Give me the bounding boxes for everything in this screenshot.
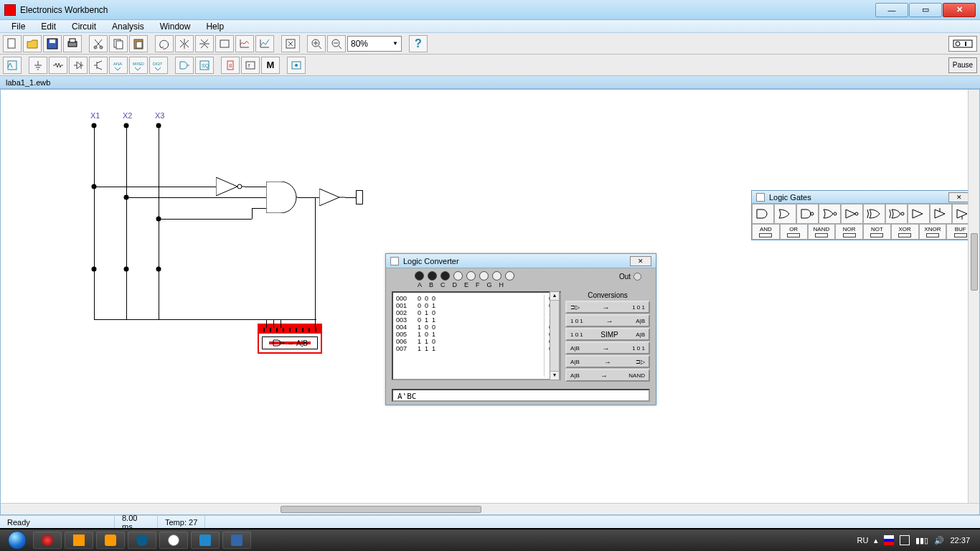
convert-expr-to-nand[interactable]: A|B→NAND	[565, 369, 650, 382]
vertical-scrollbar[interactable]	[968, 90, 979, 503]
logic-gates-close-button[interactable]: ✕	[948, 192, 970, 202]
gate-nand-icon[interactable]	[796, 204, 819, 224]
input-F[interactable]	[479, 271, 489, 281]
gate-xor-chip[interactable]: XOR	[891, 224, 919, 240]
paste-button[interactable]	[129, 35, 148, 52]
flip-h-button[interactable]	[175, 35, 194, 52]
misc-button[interactable]: M	[261, 57, 280, 74]
gate-buf-icon[interactable]	[908, 204, 930, 224]
menu-file[interactable]: File	[4, 21, 32, 32]
menu-window[interactable]: Window	[153, 21, 198, 32]
close-button[interactable]: ✕	[943, 3, 976, 17]
truth-table[interactable]: 000 001 002 003 004 005 006 007 0 0 0 0 …	[392, 291, 561, 380]
analysis-graph-button[interactable]	[235, 35, 254, 52]
gate-or-icon[interactable]	[774, 204, 796, 224]
gate-xnor-icon[interactable]	[885, 204, 908, 224]
power-switch[interactable]	[948, 36, 977, 52]
menu-circuit[interactable]: Circuit	[65, 21, 103, 32]
convert-circuit-to-table[interactable]: ⊐▷→1 0 1	[565, 301, 650, 314]
expression-field[interactable]: A'BC	[392, 389, 650, 402]
digital-ic-button[interactable]: DIGIT	[149, 57, 168, 74]
diode-button[interactable]	[69, 57, 88, 74]
input-A[interactable]	[415, 271, 424, 281]
truth-table-scrollbar[interactable]: ▴ ▾	[550, 291, 560, 380]
gate-nor-chip[interactable]: NOR	[835, 224, 863, 240]
convert-table-to-simp-expr[interactable]: 1 0 1SIMPA|B	[565, 328, 650, 341]
gate-and-icon[interactable]	[752, 204, 774, 224]
tray-flag-icon[interactable]	[884, 535, 894, 545]
new-button[interactable]	[3, 35, 22, 52]
document-tab[interactable]: laba1_1.ewb	[6, 78, 50, 87]
gate-not-icon[interactable]	[841, 204, 863, 224]
graph-button[interactable]	[255, 35, 274, 52]
not-gate[interactable]	[216, 177, 245, 196]
schematic-canvas[interactable]: X1 X2 X3	[0, 89, 980, 515]
buffer-gate[interactable]	[319, 189, 345, 209]
tray-wifi-icon[interactable]: ▮▮▯	[915, 536, 928, 545]
subcircuit-button[interactable]	[215, 35, 234, 52]
language-indicator[interactable]: RU	[857, 536, 869, 545]
scroll-up-icon[interactable]: ▴	[550, 292, 559, 301]
analog-ic-button[interactable]: ANA	[109, 57, 128, 74]
taskbar-app-5[interactable]	[159, 532, 188, 549]
cut-button[interactable]	[89, 35, 108, 52]
tray-battery-icon[interactable]	[900, 535, 910, 545]
sources-button[interactable]	[3, 57, 22, 74]
tray-volume-icon[interactable]: 🔊	[934, 536, 944, 545]
logic-converter-titlebar[interactable]: Logic Converter ✕	[386, 254, 656, 268]
tray-up-icon[interactable]: ▴	[874, 536, 878, 545]
menu-analysis[interactable]: Analysis	[105, 21, 151, 32]
convert-expr-to-table[interactable]: A|B→1 0 1	[565, 342, 650, 354]
flip-v-button[interactable]	[195, 35, 214, 52]
taskbar-app-4[interactable]	[128, 532, 156, 549]
gate-nor-icon[interactable]	[819, 204, 841, 224]
taskbar-app-6[interactable]	[191, 532, 220, 549]
gate-and-chip[interactable]: AND	[752, 224, 780, 240]
zoom-in-button[interactable]	[307, 35, 326, 52]
taskbar-app-2[interactable]	[65, 532, 93, 549]
menu-edit[interactable]: Edit	[34, 21, 63, 32]
logic-converter-window[interactable]: Logic Converter ✕ Out A B C	[385, 253, 656, 405]
minimize-button[interactable]: —	[875, 3, 908, 17]
taskbar-app-7[interactable]	[222, 532, 251, 549]
tray-clock[interactable]: 22:37	[950, 536, 970, 545]
zoom-field[interactable]: 80%▼	[347, 36, 402, 52]
input-G[interactable]	[492, 271, 501, 281]
transistor-button[interactable]	[89, 57, 108, 74]
convert-expr-to-circuit[interactable]: A|B→⊐▷	[565, 355, 650, 368]
mixed-ic-button[interactable]: MIXED	[129, 57, 148, 74]
input-C[interactable]	[440, 271, 450, 281]
help-button[interactable]: ?	[409, 35, 428, 52]
component-props-button[interactable]	[281, 35, 300, 52]
gate-nand-chip[interactable]: NAND	[808, 224, 836, 240]
input-E[interactable]	[466, 271, 476, 281]
ground-button[interactable]	[29, 57, 47, 74]
copy-button[interactable]	[109, 35, 128, 52]
scroll-down-icon[interactable]: ▾	[550, 371, 559, 380]
logic-converter-close-button[interactable]: ✕	[630, 256, 651, 266]
input-H[interactable]	[505, 271, 514, 281]
horizontal-scrollbar[interactable]	[1, 503, 979, 514]
indicator-button[interactable]: 8	[221, 57, 240, 74]
and-gate[interactable]	[266, 182, 298, 216]
gate-xor-icon[interactable]	[863, 204, 885, 224]
print-button[interactable]	[63, 35, 82, 52]
output-node-icon[interactable]	[633, 273, 641, 281]
rotate-button[interactable]	[155, 35, 174, 52]
logic-gates-palette[interactable]: Logic Gates ✕ AND OR NAND NOR NOT XOR XN…	[751, 190, 975, 240]
taskbar-app-3[interactable]	[96, 532, 125, 549]
save-button[interactable]	[43, 35, 62, 52]
input-D[interactable]	[453, 271, 463, 281]
taskbar-app-1[interactable]	[33, 532, 62, 549]
gate-not-chip[interactable]: NOT	[863, 224, 891, 240]
convert-table-to-expr[interactable]: 1 0 1→A|B	[565, 314, 650, 327]
logic-gates-titlebar[interactable]: Logic Gates ✕	[752, 191, 974, 204]
logic-gate-button[interactable]	[175, 57, 194, 74]
gate-tristate-icon[interactable]	[930, 204, 952, 224]
open-button[interactable]	[23, 35, 42, 52]
digital-button[interactable]: SQ	[195, 57, 214, 74]
resistor-button[interactable]	[49, 57, 67, 74]
input-B[interactable]	[428, 271, 437, 281]
pause-button[interactable]: Pause	[948, 57, 977, 73]
controls-button[interactable]: f	[241, 57, 260, 74]
